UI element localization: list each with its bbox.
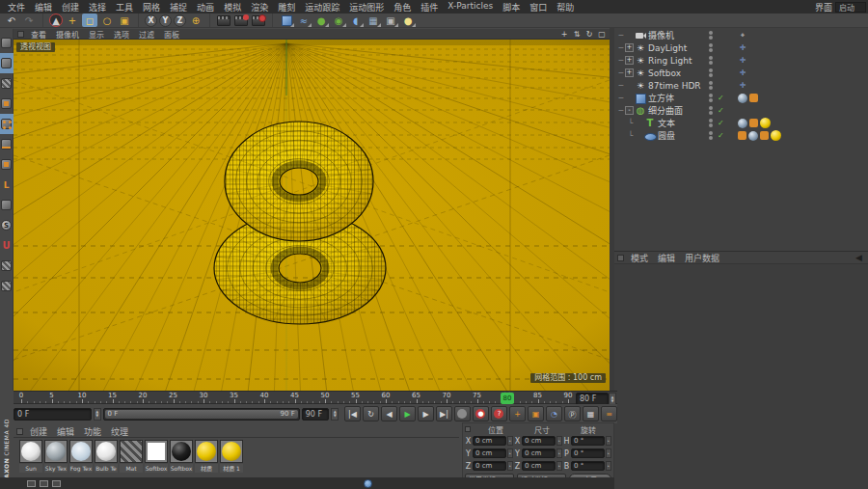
enabled-check-icon[interactable]: ✓ xyxy=(718,106,724,115)
material-preview[interactable] xyxy=(145,440,168,463)
viewport-menu-查看[interactable]: 查看 xyxy=(26,29,51,40)
loop-button[interactable]: ↻ xyxy=(363,406,379,421)
viewport-menu-过滤[interactable]: 过滤 xyxy=(134,29,159,40)
keyframe-selection-button[interactable]: ◔ xyxy=(546,406,562,421)
attribute-manager-menu-用户数据[interactable]: 用户数据 xyxy=(680,252,724,264)
expand-toggle[interactable]: + xyxy=(625,56,634,65)
material-item[interactable]: 材质 1 xyxy=(220,440,243,473)
material-item[interactable]: Sun xyxy=(19,440,42,473)
magnet-icon[interactable]: U xyxy=(0,235,14,256)
material-preview[interactable] xyxy=(95,440,118,463)
timeline-menu-button[interactable]: ≡ xyxy=(601,406,617,421)
add-spline-button[interactable]: ≈ xyxy=(296,14,312,27)
main-menu-雕刻[interactable]: 雕刻 xyxy=(273,1,300,14)
coord-stepper[interactable]: ▸ xyxy=(507,461,513,471)
enabled-check-icon[interactable]: ✓ xyxy=(718,94,724,102)
live-selection-tool[interactable]: ▲ xyxy=(49,14,63,27)
main-menu-捕捉[interactable]: 捕捉 xyxy=(165,1,192,14)
edges-mode-icon[interactable] xyxy=(0,134,14,154)
history-back-icon[interactable]: ◀ xyxy=(855,253,868,262)
add-floor-button[interactable]: ▦ xyxy=(366,14,381,27)
prev-frame-button[interactable]: ◀ xyxy=(381,406,397,421)
main-menu-工具[interactable]: 工具 xyxy=(111,1,138,14)
visibility-dots[interactable] xyxy=(707,118,715,128)
visibility-dots[interactable] xyxy=(707,93,715,103)
object-row[interactable]: └T文本✓ xyxy=(614,117,868,129)
main-menu-文件[interactable]: 文件 xyxy=(3,1,30,14)
add-deformer-button[interactable]: ◉ xyxy=(331,14,346,27)
range-start-stepper[interactable]: ▲▼ xyxy=(94,408,101,421)
viewport-menu-显示[interactable]: 显示 xyxy=(84,29,109,40)
visibility-dots[interactable] xyxy=(707,105,715,116)
coord-stepper[interactable]: ▸ xyxy=(507,448,513,458)
goto-start-button[interactable]: |◀ xyxy=(344,406,361,421)
xhair-tag[interactable]: ✛ xyxy=(738,43,747,53)
axis-mode-icon[interactable]: L xyxy=(0,175,14,195)
record-button[interactable] xyxy=(454,406,471,421)
xhair-tag[interactable]: ✛ xyxy=(738,81,747,91)
tex-tag[interactable] xyxy=(771,130,781,141)
material-preview[interactable] xyxy=(44,440,68,463)
last-used-tool[interactable]: ▣ xyxy=(117,14,132,27)
range-start-input[interactable]: 0 F xyxy=(14,408,92,421)
visibility-dots[interactable] xyxy=(707,68,715,78)
add-light-button[interactable]: ● xyxy=(400,14,416,27)
coord-input[interactable]: 0 cm xyxy=(473,461,506,471)
material-preview[interactable] xyxy=(120,440,143,463)
main-menu-网格[interactable]: 网格 xyxy=(138,1,165,14)
add-camera-button[interactable]: ▣ xyxy=(383,14,398,27)
viewport-menu-选项[interactable]: 选项 xyxy=(109,29,134,40)
enabled-check-icon[interactable]: ✓ xyxy=(718,119,724,127)
viewport-menu-摄像机[interactable]: 摄像机 xyxy=(51,29,84,40)
visibility-dots[interactable] xyxy=(707,80,715,91)
material-preview[interactable] xyxy=(69,440,93,463)
redo-icon[interactable]: ↷ xyxy=(21,14,37,27)
add-keyframe-button[interactable]: + xyxy=(509,406,526,421)
material-item[interactable]: Sky Tex xyxy=(44,440,68,473)
object-row[interactable]: ─+☀Softbox✛ xyxy=(614,67,868,79)
main-menu-角色[interactable]: 角色 xyxy=(389,1,416,14)
visibility-dots[interactable] xyxy=(707,55,715,66)
material-preview[interactable] xyxy=(220,440,243,463)
snap-icon[interactable]: S xyxy=(0,215,14,235)
enabled-check-icon[interactable]: ✓ xyxy=(718,131,724,140)
panel-icon[interactable] xyxy=(16,428,23,435)
autokey-button[interactable]: ▣ xyxy=(528,406,544,421)
timeline-ruler[interactable]: 80 F ▲▼ 05101520253035404550556065707580… xyxy=(14,391,617,404)
timeline-range-slider[interactable]: 0 F 90 F xyxy=(103,408,300,421)
y-axis-lock[interactable]: Y xyxy=(159,14,172,27)
main-menu-帮助[interactable]: 帮助 xyxy=(552,1,579,14)
coord-stepper[interactable]: ▸ xyxy=(507,436,513,446)
points-mode-icon[interactable] xyxy=(0,114,14,134)
add-generator-button[interactable]: ● xyxy=(313,14,329,27)
panel-icon[interactable] xyxy=(465,426,471,432)
coord-input[interactable]: 0 ° xyxy=(571,461,605,471)
coord-stepper[interactable]: ▸ xyxy=(606,461,611,471)
material-item[interactable]: Softbox xyxy=(145,440,168,473)
rotate-tool[interactable]: ○ xyxy=(99,14,115,27)
render-settings-button[interactable] xyxy=(251,14,266,27)
x-axis-lock[interactable]: X xyxy=(145,14,157,27)
visibility-dots[interactable] xyxy=(707,42,715,53)
main-menu-渲染[interactable]: 渲染 xyxy=(246,1,273,14)
main-menu-窗口[interactable]: 窗口 xyxy=(525,1,552,14)
material-manager-menu-功能[interactable]: 功能 xyxy=(79,425,106,438)
main-menu-脚本[interactable]: 脚本 xyxy=(498,1,525,14)
next-frame-button[interactable]: ▶ xyxy=(418,406,434,421)
current-frame-marker[interactable]: 80 xyxy=(501,393,514,404)
goto-end-button[interactable]: ▶| xyxy=(436,406,452,421)
coord-stepper[interactable]: ▸ xyxy=(556,436,562,446)
object-row[interactable]: ─-◍细分曲面✓ xyxy=(614,104,868,117)
quantize-icon[interactable] xyxy=(0,276,14,296)
render-view-button[interactable] xyxy=(216,14,231,27)
coord-input[interactable]: 0 ° xyxy=(571,436,605,446)
main-menu-编辑[interactable]: 编辑 xyxy=(30,1,57,14)
material-manager-menu-纹理[interactable]: 纹理 xyxy=(106,425,133,438)
viewport-toggle-icon[interactable]: ▢ xyxy=(597,30,607,39)
coord-input[interactable]: 0 cm xyxy=(473,436,506,446)
viewport-pan-icon[interactable]: + xyxy=(559,30,569,39)
coord-stepper[interactable]: ▸ xyxy=(606,436,611,446)
main-menu-选择[interactable]: 选择 xyxy=(84,1,111,14)
coord-stepper[interactable]: ▸ xyxy=(606,448,611,458)
window-close-icon[interactable] xyxy=(52,480,61,487)
